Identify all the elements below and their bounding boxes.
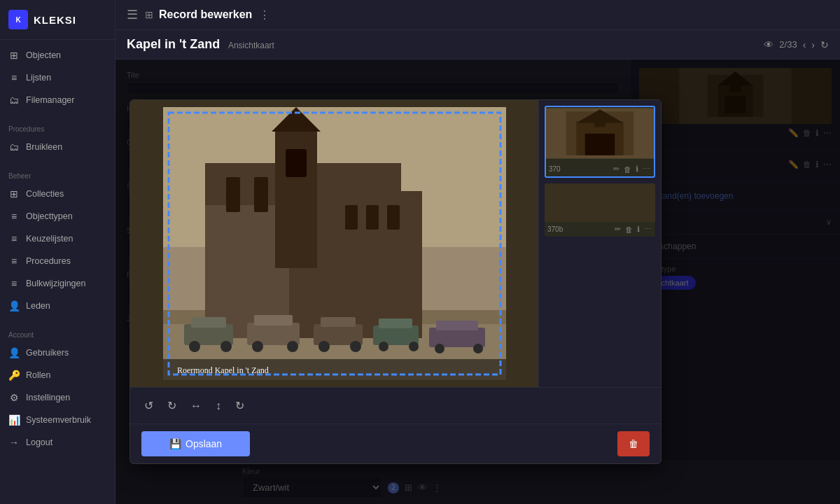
side-more-2[interactable]: ⋯ [643, 224, 652, 234]
sidebar-item-objecttypen[interactable]: ≡ Objecttypen [0, 205, 115, 227]
side-more-1[interactable]: ⋯ [642, 164, 651, 174]
section-label-beheer: Beheer [0, 167, 115, 183]
reset-button[interactable]: ↻ [232, 396, 247, 415]
sidebar-item-collecties[interactable]: ⊞ Collecties [0, 183, 115, 205]
grid-icon: ⊞ [8, 50, 20, 61]
modal-image-area: Roermond Kapel in 't Zand [130, 100, 661, 387]
svg-point-38 [379, 342, 388, 351]
refresh-button[interactable]: ↻ [820, 39, 829, 50]
sidebar-label-logout: Logout [26, 438, 52, 447]
svg-rect-21 [345, 205, 358, 230]
bruikleen-icon: 🗂 [8, 141, 20, 153]
list-icon: ≡ [8, 72, 20, 83]
record-header: Kapel in 't Zand Ansichtkaart 👁 2/33 ‹ ›… [115, 30, 840, 59]
sidebar-item-systeemverbruik[interactable]: 📊 Systeemverbruik [0, 409, 115, 431]
keuzelijsten-icon: ≡ [8, 233, 20, 244]
sidebar-label-bulk: Bulkwijzigingen [26, 279, 85, 288]
sidebar-section-beheer: Beheer ⊞ Collecties ≡ Objecttypen ≡ Keuz… [0, 162, 115, 321]
svg-rect-22 [366, 205, 379, 230]
section-label-procedures: Procedures [0, 120, 115, 136]
save-button[interactable]: 💾 Opslaan [141, 431, 250, 456]
svg-point-30 [252, 341, 263, 352]
sidebar-item-bruikleen[interactable]: 🗂 Bruikleen [0, 136, 115, 158]
topbar-grid-icon: ⊞ [145, 9, 153, 20]
svg-rect-29 [254, 315, 293, 326]
nav-prev-button[interactable]: ‹ [803, 39, 806, 50]
record-nav-count: 2/33 [779, 39, 797, 50]
procedures-icon: ≡ [8, 255, 20, 267]
sidebar-label-rollen: Rollen [26, 370, 50, 380]
sidebar-label-objecten: Objecten [26, 50, 61, 60]
side-info-1[interactable]: ℹ [635, 164, 639, 174]
logout-icon: → [8, 437, 20, 448]
sidebar-label-gebruikers: Gebruikers [26, 348, 69, 358]
side-thumb-item-1[interactable]: 370 ✏ 🗑 ℹ ⋯ [545, 106, 655, 178]
section-label-account: Account [0, 326, 115, 342]
side-thumb-img-1 [546, 107, 654, 160]
main-content: ☰ ⊞ Record bewerken ⋮ Kapel in 't Zand A… [115, 0, 840, 504]
svg-point-27 [220, 341, 232, 352]
svg-rect-41 [436, 321, 478, 330]
sidebar-item-keuzelijsten[interactable]: ≡ Keuzelijsten [0, 227, 115, 250]
sidebar-item-procedures[interactable]: ≡ Procedures [0, 250, 115, 272]
record-title-area: Kapel in 't Zand Ansichtkaart [127, 37, 274, 52]
sidebar-item-leden[interactable]: 👤 Leden [0, 295, 115, 317]
sidebar-label-bruikleen: Bruikleen [26, 142, 62, 152]
save-disk-icon: 💾 [169, 438, 181, 449]
side-edit-2[interactable]: ✏ [614, 224, 622, 234]
sidebar-label-instellingen: Instellingen [26, 393, 70, 402]
side-info-2[interactable]: ℹ [636, 224, 640, 234]
flip-h-button[interactable]: ↔ [188, 396, 204, 415]
topbar: ☰ ⊞ Record bewerken ⋮ [115, 0, 840, 30]
church-svg: Roermond Kapel in 't Zand [163, 107, 506, 380]
side-thumb-label-1: 370 ✏ 🗑 ℹ ⋯ [546, 162, 654, 176]
content-area: Tite Ide Obje 370 Soc Ke Str Ka [115, 59, 840, 504]
rotate-ccw-button[interactable]: ↺ [141, 396, 156, 415]
image-editor-modal: Roermond Kapel in 't Zand [115, 59, 840, 504]
svg-rect-52 [594, 115, 605, 127]
instellingen-icon: ⚙ [8, 392, 20, 403]
side-del-2[interactable]: 🗑 [624, 225, 634, 234]
delete-icon: 🗑 [629, 438, 638, 449]
svg-point-26 [189, 341, 200, 352]
modal-side-thumbs: 370 ✏ 🗑 ℹ ⋯ [538, 100, 661, 387]
side-del-1[interactable]: 🗑 [623, 164, 632, 174]
sidebar-section-main: ⊞ Objecten ≡ Lijsten 🗂 Filemanager [0, 40, 115, 115]
save-label: Opslaan [186, 438, 222, 449]
side-edit-1[interactable]: ✏ [612, 164, 620, 174]
modal-toolbar: ↺ ↻ ↔ ↕ ↻ [130, 387, 661, 424]
side-thumb-actions-2: ✏ 🗑 ℹ ⋯ [614, 224, 652, 234]
delete-button[interactable]: 🗑 [617, 431, 650, 456]
sidebar-section-account: Account 👤 Gebruikers 🔑 Rollen ⚙ Instelli… [0, 321, 115, 458]
sidebar-label-leden: Leden [26, 301, 50, 311]
thumb1-name: 370 [549, 165, 561, 173]
sidebar-item-logout[interactable]: → Logout [0, 431, 115, 454]
eye-icon: 👁 [764, 39, 774, 50]
sidebar-item-filemanager[interactable]: 🗂 Filemanager [0, 89, 115, 111]
modal-main-image: Roermond Kapel in 't Zand [130, 100, 538, 387]
sidebar-label-objecttypen: Objecttypen [26, 211, 73, 221]
sidebar-item-rollen[interactable]: 🔑 Rollen [0, 364, 115, 386]
topbar-menu-icon[interactable]: ⋮ [259, 8, 270, 22]
record-subtitle: Ansichtkaart [228, 41, 274, 50]
hamburger-icon[interactable]: ☰ [127, 7, 138, 22]
sidebar-item-instellingen[interactable]: ⚙ Instellingen [0, 386, 115, 409]
thumb2-name: 370b [547, 225, 563, 233]
svg-rect-23 [387, 205, 400, 230]
sidebar-item-gebruikers[interactable]: 👤 Gebruikers [0, 342, 115, 364]
modal-tools: ↺ ↻ ↔ ↕ ↻ [141, 396, 247, 415]
topbar-title-area: ⊞ Record bewerken [145, 8, 252, 21]
logo-icon: K [8, 10, 28, 29]
logo-text: KLEKSI [34, 14, 76, 26]
sidebar-item-bulkwijzigingen[interactable]: ≡ Bulkwijzigingen [0, 272, 115, 295]
side-thumb-item-2[interactable]: 370b ✏ 🗑 ℹ ⋯ [545, 183, 655, 237]
systeem-icon: 📊 [8, 414, 20, 426]
sidebar-item-lijsten[interactable]: ≡ Lijsten [0, 66, 115, 89]
nav-next-button[interactable]: › [811, 39, 815, 50]
flip-v-button[interactable]: ↕ [213, 396, 224, 415]
sidebar-item-objecten[interactable]: ⊞ Objecten [0, 44, 115, 66]
sidebar-label-collecties: Collecties [26, 189, 64, 199]
objecttypen-icon: ≡ [8, 211, 20, 222]
rollen-icon: 🔑 [8, 370, 20, 381]
rotate-cw-button[interactable]: ↻ [164, 396, 179, 415]
